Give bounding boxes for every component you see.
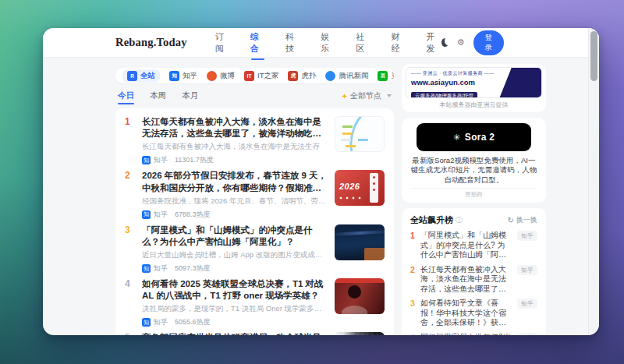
sponsor-banner[interactable]: ✳ Sora 2 [417, 123, 531, 151]
source-filter-chip[interactable]: 腾讯新闻 [325, 71, 368, 81]
news-thumbnail[interactable] [335, 278, 385, 314]
header-actions: ⚙ 登录 [441, 30, 504, 55]
news-body: 商务部回应安世半导体磋商进展，称全球半导体产供链的动荡混乱，荷方应承担全部责任，… [142, 332, 328, 335]
news-list-item[interactable]: 1 长江每天都有鱼被冲入大海，淡水鱼在海中是无法存活，这些鱼去哪里了，被海洋动物… [125, 116, 385, 165]
rising-list-item[interactable]: 4 网红瑞恩宝贝去世年仅3岁 微博 [410, 333, 537, 335]
rising-list-item[interactable]: 1 「阿里模式」和「山姆模式」的冲突点是什么? 为什么中产害怕山姆「阿里… 知乎 [410, 231, 537, 260]
news-list-item[interactable]: 2 2026 年部分节假日安排发布，春节连放 9 天，中秋和国庆分开放，你有哪些… [125, 170, 385, 219]
news-subtitle: 近日大量山姆会员吐槽，山姆 App 改版的图片变成成品图等问题，并认为产品加了… [142, 250, 328, 260]
news-list-item[interactable]: 4 如何看待 2025 英雄联盟全球总决赛，T1 对战 AL 的八强战中，T1 … [125, 278, 385, 327]
rising-item-text[interactable]: 如何看待知乎文章《喜报！华中科技大学这个宿舍，全部未保研！》获高赞? [420, 299, 512, 328]
site-header: Rebang.Today 订阅 综合 科技 娱乐 社区 财经 开发 ⚙ 登录 [43, 28, 599, 58]
source-filter-chip[interactable]: 微博 [207, 71, 235, 81]
main-column: R 全站 知 知乎 微博 IT IT之家 [115, 58, 394, 335]
rising-title: 全站飙升榜 [410, 214, 453, 226]
news-thumbnail[interactable] [335, 224, 385, 260]
news-meta: 知 知乎 5097.3热度 [142, 263, 328, 274]
nav-tab[interactable]: 财经 [391, 31, 406, 55]
period-tabs: 今日 本周 本月 ✦ 全部节点 [115, 89, 394, 103]
source-filter-chip[interactable]: IT IT之家 [244, 71, 278, 81]
news-body: 2026 年部分节假日安排发布，春节连放 9 天，中秋和国庆分开放，你有哪些期待… [142, 170, 328, 219]
source-icon: 知 [142, 210, 151, 219]
period-tab[interactable]: 本周 [150, 90, 166, 101]
source-icon: 豆 [378, 71, 388, 81]
heat-value: 11301.7热度 [175, 155, 214, 165]
thumbnail-text: 2026 [339, 182, 360, 191]
source-icon: R [127, 71, 137, 81]
source-label: IT之家 [257, 71, 278, 81]
news-meta: 知 知乎 11301.7热度 [142, 155, 328, 165]
nav-tab[interactable]: 开发 [427, 31, 441, 55]
heat-value: 6788.3热度 [175, 210, 211, 220]
dark-mode-icon[interactable] [441, 38, 448, 47]
source-tag: 知乎 [517, 231, 537, 241]
openai-logo-icon: ✳ [453, 133, 460, 142]
source-label: 微博 [220, 71, 235, 81]
nav-tab[interactable]: 订阅 [215, 31, 230, 55]
nav-tab[interactable]: 综合 [250, 31, 265, 55]
rank-number: 3 [410, 299, 420, 309]
node-filter-label: 全部节点 [350, 90, 381, 101]
rank-number: 4 [125, 278, 136, 327]
source-filter-bar: R 全站 知 知乎 微博 IT IT之家 [115, 68, 394, 83]
rank-number: 1 [125, 116, 136, 165]
source-filter-chip[interactable]: R 全站 [122, 69, 160, 83]
rank-number: 5 [125, 332, 136, 335]
desktop-background: { "colors": { "accent": "#3a6ff7", "logi… [0, 0, 624, 364]
rising-item-text[interactable]: 网红瑞恩宝贝去世年仅3岁 [420, 333, 512, 335]
news-thumbnail[interactable]: 2026 [335, 170, 385, 206]
ad-caption: 本站服务器由亚洲云提供 [406, 98, 542, 111]
refresh-label: 换一换 [516, 215, 537, 225]
period-tab[interactable]: 今日 [118, 90, 134, 101]
source-icon [325, 71, 335, 81]
right-sidebar: —— 亚洲云 · 优质云计算服务商 —— www.asiayun.com 云服务… [402, 64, 546, 335]
period-tab[interactable]: 本月 [182, 90, 198, 101]
rising-list-item[interactable]: 3 如何看待知乎文章《喜报！华中科技大学这个宿舍，全部未保研！》获高赞? 知乎 [410, 299, 537, 328]
rising-list: 1 「阿里模式」和「山姆模式」的冲突点是什么? 为什么中产害怕山姆「阿里… 知乎… [410, 231, 537, 335]
source-filter-chip[interactable]: 豆 豆瓣社区 [378, 71, 394, 81]
source-filter-chip[interactable]: 知 知乎 [169, 71, 197, 81]
nav-tab[interactable]: 社区 [356, 31, 370, 55]
refresh-button[interactable]: ↻ 换一换 [508, 215, 537, 225]
news-title[interactable]: 如何看待 2025 英雄联盟全球总决赛，T1 对战 AL 的八强战中，T1 打野… [142, 278, 328, 302]
nav-tab[interactable]: 娱乐 [321, 31, 335, 55]
source-label: 虎扑 [301, 71, 316, 81]
rising-list-card: 全站飙升榜 ⓘ ↻ 换一换 1 「阿里模式」和「山姆模式」的冲突点是什么? 为什… [402, 208, 546, 335]
ad-banner[interactable]: —— 亚洲云 · 优质云计算服务商 —— www.asiayun.com 云服务… [406, 67, 542, 98]
news-meta: 知 知乎 5055.6热度 [142, 317, 328, 327]
news-thumbnail[interactable] [335, 332, 385, 335]
news-list-item[interactable]: 3 「阿里模式」和「山姆模式」的冲突点是什么？为什么中产害怕山姆「阿里化」？ 近… [125, 224, 385, 274]
ad-url[interactable]: www.asiayun.com [411, 78, 537, 87]
info-icon[interactable]: ⓘ [456, 215, 463, 225]
source-name: 知乎 [154, 210, 168, 220]
news-list-item[interactable]: 5 商务部回应安世半导体磋商进展，称全球半导体产供链的动荡混乱，荷方应承担全部责… [125, 332, 385, 335]
scrollbar-thumb[interactable] [590, 31, 597, 81]
source-filter-chip[interactable]: 虎 虎扑 [288, 71, 316, 81]
rising-list-item[interactable]: 2 长江每天都有鱼被冲入大海，淡水鱼在海中是无法存活，这些鱼去哪里了，被海… 知… [410, 265, 537, 295]
rank-number: 1 [410, 231, 420, 242]
news-title[interactable]: 商务部回应安世半导体磋商进展，称全球半导体产供链的动荡混乱，荷方应承担全部责任，… [142, 332, 328, 335]
rising-item-text[interactable]: 长江每天都有鱼被冲入大海，淡水鱼在海中是无法存活，这些鱼去哪里了，被海… [420, 265, 512, 295]
rising-item-text[interactable]: 「阿里模式」和「山姆模式」的冲突点是什么? 为什么中产害怕山姆「阿里… [420, 231, 512, 260]
login-button[interactable]: 登录 [473, 30, 504, 55]
node-filter-dropdown[interactable]: ✦ 全部节点 [342, 90, 392, 101]
ad-card: —— 亚洲云 · 优质云计算服务商 —— www.asiayun.com 云服务… [402, 64, 546, 112]
settings-gear-icon[interactable]: ⚙ [457, 38, 465, 47]
source-icon [207, 71, 217, 81]
news-thumbnail[interactable] [335, 116, 385, 152]
nav-tab[interactable]: 科技 [285, 31, 300, 55]
source-tag: 微博 [517, 333, 537, 335]
news-title[interactable]: 2026 年部分节假日安排发布，春节连放 9 天，中秋和国庆分开放，你有哪些期待… [142, 170, 328, 193]
sponsor-title: Sora 2 [465, 132, 495, 143]
news-subtitle: 决胜局的蒙多，是现学的，T1 决胜局 Oner 现学蒙多，Faker 、 Mat… [142, 304, 328, 314]
news-list: 1 长江每天都有鱼被冲入大海，淡水鱼在海中是无法存活，这些鱼去哪里了，被海洋动物… [115, 108, 394, 335]
news-title[interactable]: 「阿里模式」和「山姆模式」的冲突点是什么？为什么中产害怕山姆「阿里化」？ [142, 224, 328, 248]
rank-number: 3 [125, 224, 136, 274]
sponsor-description: 最新版Sora2视频模型免费使用，AI一键生成无水印短片，无需邀请码，人物自动配… [410, 156, 537, 185]
news-title[interactable]: 长江每天都有鱼被冲入大海，淡水鱼在海中是无法存活，这些鱼去哪里了，被海洋动物吃了… [142, 116, 328, 140]
source-icon: IT [244, 71, 254, 81]
source-icon: 虎 [288, 71, 298, 81]
refresh-icon: ↻ [508, 217, 514, 224]
source-tag: 知乎 [517, 299, 537, 309]
sponsor-footer: 赞助商 [410, 188, 537, 199]
